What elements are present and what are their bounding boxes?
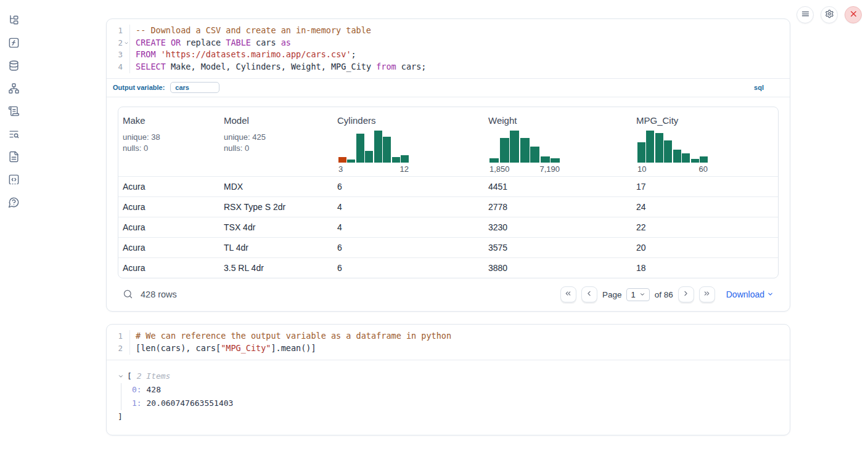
code-text: FROM 'https://datasets.marimo.app/cars.c… (130, 49, 356, 61)
table-cell: 20 (632, 237, 778, 257)
logs-icon[interactable] (7, 127, 20, 140)
data-sources-icon[interactable] (7, 59, 20, 71)
prev-page-button[interactable] (581, 286, 597, 302)
page-total-label: of 86 (655, 290, 673, 299)
hist-bar (338, 157, 346, 163)
fold-gutter (123, 25, 130, 37)
column-header-make[interactable]: Make unique: 38 nulls: 0 (118, 107, 219, 177)
table-cell: 17 (632, 176, 778, 196)
sql-code-editor[interactable]: 1-- Download a CSV and create an in-memo… (107, 19, 790, 78)
table-row[interactable]: AcuraRSX Type S 2dr4277824 (118, 196, 778, 217)
table-cell: 4451 (484, 176, 632, 196)
table-cell: 6 (333, 237, 484, 257)
dependency-graph-icon[interactable] (7, 82, 20, 94)
hist-min-label: 3 (338, 164, 343, 174)
hist-bar (510, 131, 519, 163)
row-count: 428 rows (141, 289, 177, 299)
code-line[interactable]: 1# We can reference the output variable … (107, 330, 790, 342)
functions-icon[interactable] (7, 36, 20, 49)
table-cell: 18 (632, 257, 778, 278)
output-variable-input[interactable] (170, 82, 219, 93)
fold-gutter (123, 49, 130, 61)
chevron-down-icon (639, 290, 645, 299)
line-number: 4 (107, 61, 123, 73)
line-number: 1 (107, 330, 123, 342)
open-bracket: [ (127, 370, 132, 383)
hist-bar (673, 150, 681, 163)
hist-bar (520, 138, 530, 163)
gear-icon (825, 9, 834, 20)
column-header-mpg-city[interactable]: MPG_City 10 60 (632, 107, 778, 177)
column-header-weight[interactable]: Weight 1,850 7,190 (484, 107, 632, 177)
hist-bar (489, 158, 499, 163)
python-code-editor[interactable]: 1# We can reference the output variable … (107, 325, 790, 359)
table-cell: Acura (118, 217, 219, 237)
code-line[interactable]: 3FROM 'https://datasets.marimo.app/cars.… (107, 49, 790, 61)
settings-button[interactable] (821, 6, 838, 23)
table-cell: 6 (333, 176, 484, 196)
hist-max-label: 12 (400, 164, 409, 174)
page-select-value: 1 (631, 290, 635, 299)
hist-max-label: 60 (699, 164, 708, 174)
chevrons-right-icon (703, 289, 711, 299)
hist-bar (646, 131, 654, 163)
chevron-down-icon (767, 289, 774, 299)
table-row[interactable]: AcuraTL 4dr6357520 (118, 237, 778, 257)
cylinders-histogram (337, 131, 410, 163)
hist-bar (530, 147, 539, 163)
fold-gutter (123, 342, 130, 355)
fold-gutter (123, 330, 130, 342)
top-actions (796, 6, 862, 23)
menu-button[interactable] (796, 6, 814, 23)
table-row[interactable]: Acura3.5 RL 4dr6388018 (118, 257, 778, 278)
output-variable-bar: Output variable: sql (107, 78, 790, 97)
data-table-card: Make unique: 38 nulls: 0 Model unique: 4… (118, 107, 779, 279)
column-header-model[interactable]: Model unique: 425 nulls: 0 (219, 107, 333, 177)
next-page-button[interactable] (678, 286, 694, 302)
table-cell: TSX 4dr (219, 217, 333, 237)
code-line[interactable]: 4SELECT Make, Model, Cylinders, Weight, … (107, 61, 790, 73)
last-page-button[interactable] (699, 286, 715, 302)
scratchpad-icon[interactable] (7, 105, 20, 117)
first-page-button[interactable] (560, 286, 576, 302)
tree-item-value: 20.060747663551403 (142, 397, 234, 410)
tree-close-line: ] (118, 410, 779, 424)
documentation-icon[interactable] (7, 150, 20, 163)
file-explorer-icon[interactable] (7, 14, 20, 26)
download-button[interactable]: Download (726, 289, 774, 299)
hist-bar (541, 156, 550, 163)
hist-bar (392, 157, 400, 163)
table-cell: 3575 (484, 237, 632, 257)
page-label: Page (602, 290, 622, 299)
hist-bar (383, 137, 391, 163)
help-icon[interactable] (7, 196, 20, 208)
unique-stat: unique: 38 (123, 132, 215, 142)
table-cell: 24 (632, 196, 778, 217)
python-cell: 1# We can reference the output variable … (106, 324, 790, 435)
code-line[interactable]: 2CREATE OR replace TABLE cars as (107, 37, 790, 49)
tree-root-line[interactable]: [ 2 Items (118, 370, 779, 383)
tree-item-key: 1: (132, 397, 142, 410)
search-icon[interactable] (123, 289, 134, 300)
code-line[interactable]: 1-- Download a CSV and create an in-memo… (107, 25, 790, 37)
close-button[interactable] (845, 6, 862, 23)
fold-gutter (123, 61, 130, 73)
items-count-label: 2 Items (132, 370, 171, 383)
close-bracket: ] (118, 410, 123, 424)
language-badge: sql (754, 84, 784, 91)
table-row[interactable]: AcuraMDX6445117 (118, 176, 778, 196)
column-header-cylinders[interactable]: Cylinders 3 12 (333, 107, 484, 177)
download-label: Download (726, 289, 764, 299)
hist-bar (374, 131, 382, 163)
table-cell: MDX (219, 176, 333, 196)
page-select[interactable]: 1 (626, 288, 649, 301)
table-cell: 4 (333, 217, 484, 237)
chevron-down-icon (118, 373, 124, 379)
snippets-icon[interactable] (7, 173, 20, 185)
output-variable-label: Output variable: (113, 84, 165, 91)
notebook: 1-- Download a CSV and create an in-memo… (106, 18, 790, 435)
fold-chevron-icon[interactable] (123, 37, 130, 49)
table-row[interactable]: AcuraTSX 4dr4323022 (118, 217, 778, 237)
code-line[interactable]: 2[len(cars), cars["MPG_City"].mean()] (107, 342, 790, 355)
mpg-city-histogram (636, 131, 709, 163)
